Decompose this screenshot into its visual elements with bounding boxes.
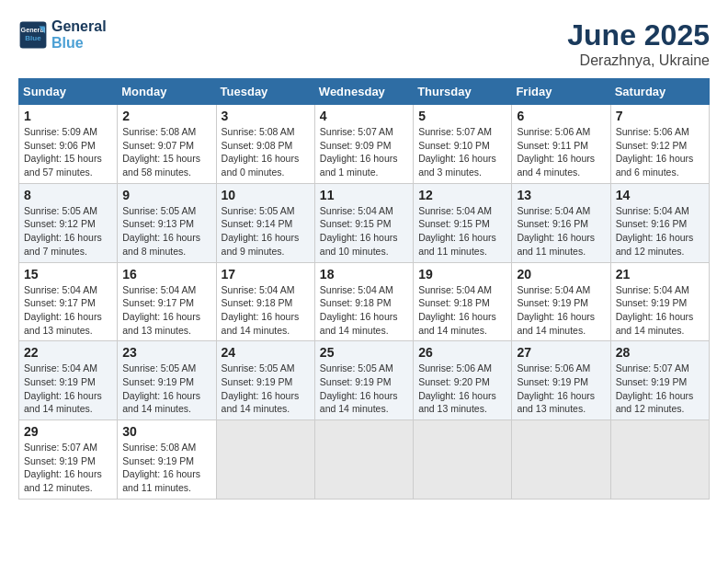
day-info: Sunrise: 5:07 AM Sunset: 9:09 PM Dayligh…: [320, 125, 408, 179]
title-area: June 2025 Derazhnya, Ukraine: [567, 18, 710, 69]
calendar-cell: 1Sunrise: 5:09 AM Sunset: 9:06 PM Daylig…: [19, 105, 118, 184]
day-info: Sunrise: 5:04 AM Sunset: 9:18 PM Dayligh…: [320, 283, 408, 338]
calendar-cell: [314, 420, 413, 500]
day-info: Sunrise: 5:05 AM Sunset: 9:19 PM Dayligh…: [320, 362, 408, 416]
calendar-cell: 12Sunrise: 5:04 AM Sunset: 9:15 PM Dayli…: [414, 183, 512, 262]
calendar-cell: 28Sunrise: 5:07 AM Sunset: 9:19 PM Dayli…: [610, 341, 709, 420]
day-info: Sunrise: 5:04 AM Sunset: 9:19 PM Dayligh…: [517, 283, 605, 338]
day-number: 25: [320, 345, 408, 360]
calendar-cell: 17Sunrise: 5:04 AM Sunset: 9:18 PM Dayli…: [216, 262, 314, 341]
calendar-week-row: 8Sunrise: 5:05 AM Sunset: 9:12 PM Daylig…: [19, 183, 710, 262]
calendar-cell: 19Sunrise: 5:04 AM Sunset: 9:18 PM Dayli…: [414, 262, 512, 341]
day-info: Sunrise: 5:04 AM Sunset: 9:18 PM Dayligh…: [222, 283, 310, 338]
calendar-week-row: 29Sunrise: 5:07 AM Sunset: 9:19 PM Dayli…: [19, 420, 710, 500]
day-number: 12: [418, 188, 506, 202]
calendar-cell: [610, 420, 709, 500]
month-title: June 2025: [567, 18, 710, 52]
day-number: 6: [517, 109, 605, 123]
column-header-sunday: Sunday: [19, 79, 118, 105]
calendar-cell: 29Sunrise: 5:07 AM Sunset: 9:19 PM Dayli…: [19, 420, 118, 500]
day-info: Sunrise: 5:04 AM Sunset: 9:15 PM Dayligh…: [320, 204, 408, 259]
day-info: Sunrise: 5:06 AM Sunset: 9:19 PM Dayligh…: [517, 362, 605, 416]
calendar-cell: 26Sunrise: 5:06 AM Sunset: 9:20 PM Dayli…: [414, 341, 512, 420]
day-number: 24: [222, 345, 310, 360]
day-info: Sunrise: 5:07 AM Sunset: 9:10 PM Dayligh…: [418, 125, 506, 179]
day-number: 20: [517, 267, 605, 282]
calendar-cell: 21Sunrise: 5:04 AM Sunset: 9:19 PM Dayli…: [610, 262, 709, 341]
column-header-tuesday: Tuesday: [216, 79, 314, 105]
calendar-cell: 4Sunrise: 5:07 AM Sunset: 9:09 PM Daylig…: [314, 105, 413, 184]
calendar-cell: 11Sunrise: 5:04 AM Sunset: 9:15 PM Dayli…: [314, 183, 413, 262]
calendar-cell: 5Sunrise: 5:07 AM Sunset: 9:10 PM Daylig…: [414, 105, 512, 184]
day-info: Sunrise: 5:05 AM Sunset: 9:12 PM Dayligh…: [24, 204, 112, 259]
day-info: Sunrise: 5:04 AM Sunset: 9:17 PM Dayligh…: [122, 283, 210, 338]
day-number: 18: [320, 267, 408, 282]
day-number: 15: [24, 267, 112, 282]
day-number: 11: [320, 188, 408, 202]
day-number: 26: [418, 345, 506, 360]
day-number: 9: [122, 188, 210, 202]
column-header-saturday: Saturday: [610, 79, 709, 105]
day-info: Sunrise: 5:07 AM Sunset: 9:19 PM Dayligh…: [616, 362, 704, 416]
day-number: 22: [24, 345, 112, 360]
day-number: 7: [616, 109, 704, 123]
logo-blue: Blue: [51, 35, 107, 52]
calendar-cell: 14Sunrise: 5:04 AM Sunset: 9:16 PM Dayli…: [610, 183, 709, 262]
calendar-cell: 8Sunrise: 5:05 AM Sunset: 9:12 PM Daylig…: [19, 183, 118, 262]
calendar-cell: 10Sunrise: 5:05 AM Sunset: 9:14 PM Dayli…: [216, 183, 314, 262]
day-number: 30: [122, 424, 210, 439]
location-title: Derazhnya, Ukraine: [567, 52, 710, 69]
calendar-cell: 22Sunrise: 5:04 AM Sunset: 9:19 PM Dayli…: [19, 341, 118, 420]
logo-general: General: [51, 18, 107, 35]
calendar-cell: [414, 420, 512, 500]
day-info: Sunrise: 5:04 AM Sunset: 9:19 PM Dayligh…: [616, 283, 704, 338]
day-number: 27: [517, 345, 605, 360]
calendar-cell: 13Sunrise: 5:04 AM Sunset: 9:16 PM Dayli…: [512, 183, 610, 262]
day-number: 4: [320, 109, 408, 123]
calendar-cell: 24Sunrise: 5:05 AM Sunset: 9:19 PM Dayli…: [216, 341, 314, 420]
day-number: 2: [122, 109, 210, 123]
day-number: 10: [222, 188, 310, 202]
calendar-table: SundayMondayTuesdayWednesdayThursdayFrid…: [18, 78, 710, 500]
day-number: 23: [122, 345, 210, 360]
calendar-cell: 16Sunrise: 5:04 AM Sunset: 9:17 PM Dayli…: [118, 262, 216, 341]
day-info: Sunrise: 5:06 AM Sunset: 9:12 PM Dayligh…: [616, 125, 704, 179]
day-info: Sunrise: 5:07 AM Sunset: 9:19 PM Dayligh…: [24, 441, 112, 495]
day-number: 5: [418, 109, 506, 123]
column-header-thursday: Thursday: [414, 79, 512, 105]
calendar-week-row: 22Sunrise: 5:04 AM Sunset: 9:19 PM Dayli…: [19, 341, 710, 420]
calendar-cell: 27Sunrise: 5:06 AM Sunset: 9:19 PM Dayli…: [512, 341, 610, 420]
day-number: 3: [222, 109, 310, 123]
day-number: 29: [24, 424, 112, 439]
day-number: 14: [616, 188, 704, 202]
calendar-header-row: SundayMondayTuesdayWednesdayThursdayFrid…: [19, 79, 710, 105]
day-info: Sunrise: 5:04 AM Sunset: 9:19 PM Dayligh…: [24, 362, 112, 416]
calendar-cell: 2Sunrise: 5:08 AM Sunset: 9:07 PM Daylig…: [118, 105, 216, 184]
day-number: 28: [616, 345, 704, 360]
calendar-cell: 3Sunrise: 5:08 AM Sunset: 9:08 PM Daylig…: [216, 105, 314, 184]
calendar-cell: 20Sunrise: 5:04 AM Sunset: 9:19 PM Dayli…: [512, 262, 610, 341]
column-header-friday: Friday: [512, 79, 610, 105]
svg-text:Blue: Blue: [25, 33, 41, 41]
day-info: Sunrise: 5:08 AM Sunset: 9:07 PM Dayligh…: [122, 125, 210, 179]
day-info: Sunrise: 5:05 AM Sunset: 9:19 PM Dayligh…: [122, 362, 210, 416]
calendar-week-row: 15Sunrise: 5:04 AM Sunset: 9:17 PM Dayli…: [19, 262, 710, 341]
day-number: 19: [418, 267, 506, 282]
day-info: Sunrise: 5:04 AM Sunset: 9:15 PM Dayligh…: [418, 204, 506, 259]
day-number: 17: [222, 267, 310, 282]
day-info: Sunrise: 5:09 AM Sunset: 9:06 PM Dayligh…: [24, 125, 112, 179]
day-info: Sunrise: 5:05 AM Sunset: 9:13 PM Dayligh…: [122, 204, 210, 259]
day-info: Sunrise: 5:06 AM Sunset: 9:11 PM Dayligh…: [517, 125, 605, 179]
page-header: General Blue General Blue June 2025 Dera…: [18, 18, 710, 69]
day-number: 13: [517, 188, 605, 202]
calendar-cell: 18Sunrise: 5:04 AM Sunset: 9:18 PM Dayli…: [314, 262, 413, 341]
day-info: Sunrise: 5:04 AM Sunset: 9:18 PM Dayligh…: [418, 283, 506, 338]
calendar-cell: 6Sunrise: 5:06 AM Sunset: 9:11 PM Daylig…: [512, 105, 610, 184]
day-info: Sunrise: 5:04 AM Sunset: 9:17 PM Dayligh…: [24, 283, 112, 338]
day-number: 21: [616, 267, 704, 282]
calendar-cell: 9Sunrise: 5:05 AM Sunset: 9:13 PM Daylig…: [118, 183, 216, 262]
logo: General Blue General Blue: [18, 18, 107, 51]
day-info: Sunrise: 5:06 AM Sunset: 9:20 PM Dayligh…: [418, 362, 506, 416]
calendar-cell: [216, 420, 314, 500]
day-info: Sunrise: 5:04 AM Sunset: 9:16 PM Dayligh…: [616, 204, 704, 259]
